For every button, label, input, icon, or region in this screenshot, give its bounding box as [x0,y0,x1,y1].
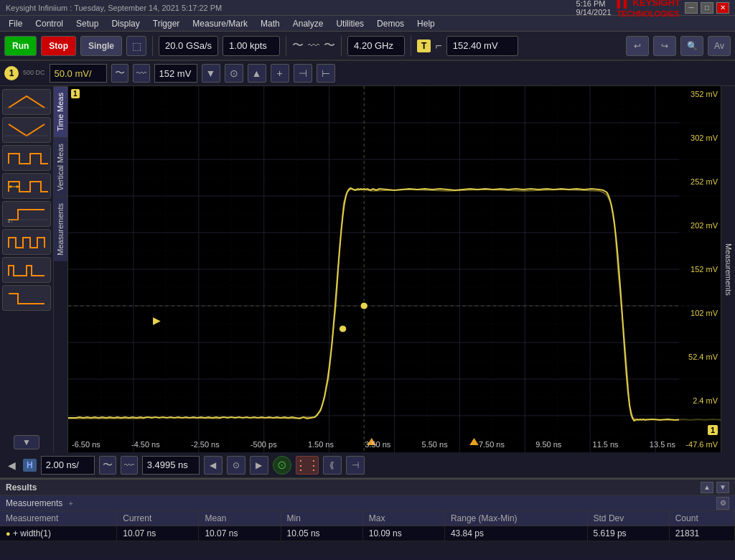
probe-icon-step[interactable]: 1↑ [2,201,51,227]
menu-demos[interactable]: Demos [371,17,410,30]
next-nav-button[interactable]: ▶ [250,456,268,475]
tab-measurements[interactable]: Measurements [54,197,67,261]
sidebar-scroll-down[interactable]: ▼ [14,435,39,449]
window-controls: ─ □ ✕ [685,2,729,14]
prev-nav-button[interactable]: ◀ [204,456,223,475]
tab-vertical-meas[interactable]: Vertical Meas [54,137,67,197]
x-axis: -6.50 ns -4.50 ns -2.50 ns -500 ps 1.50 … [68,437,679,452]
col-header-min: Min [281,511,362,526]
menu-math[interactable]: Math [255,17,286,30]
timebase-scale-box[interactable]: 2.00 ns/ [41,456,95,475]
trigger-slope-icon: ⌐ [435,39,441,52]
trigger-level-display[interactable]: 152.40 mV [446,36,518,56]
window-title: Keysight Infiniium : Tuesday, September … [6,4,576,12]
memory-depth-display[interactable]: 1.00 kpts [223,36,280,56]
display-toggle-button[interactable]: ⬚ [126,36,146,56]
pin-left-button[interactable]: ⊣ [294,64,312,83]
single-button[interactable]: Single [80,36,122,56]
toolbar: Run Stop Single ⬚ 20.0 GSa/s 1.00 kpts 〜… [0,32,735,60]
wave-shape-button-2[interactable]: 〰 [133,64,150,83]
menu-help[interactable]: Help [411,17,441,30]
y-label-5: 102 mV [682,309,718,317]
bandwidth-display[interactable]: 4.20 GHz [347,36,405,56]
acq-pattern-button[interactable]: ⋮⋮ [296,456,319,475]
right-sidebar-measurements[interactable]: Measurements [721,86,735,452]
av-button[interactable]: Av [708,36,731,56]
return-button[interactable]: ⟪ [323,456,342,475]
wave-shape-button-1[interactable]: 〜 [111,64,128,83]
cell-mean: 10.07 ns [199,526,281,541]
channel-scale-box[interactable]: 50.0 mV/ [50,64,107,83]
timebase-wave-1[interactable]: 〜 [99,456,116,475]
col-header-current: Current [117,511,199,526]
stop-button[interactable]: Stop [41,36,76,56]
y-label-2: 252 mV [682,177,718,186]
offset-down-button[interactable]: ▼ [202,64,220,83]
x-label-5: 3.50 ns [365,440,390,449]
redo-button[interactable]: ↪ [653,36,676,56]
channel-coupling: 500 DC [23,70,45,77]
marker-button[interactable]: ⊣ [346,456,365,475]
minimize-button[interactable]: ─ [685,2,698,14]
sample-rate-display[interactable]: 20.0 GSa/s [159,36,218,56]
probe-icon-pulse-arrows[interactable] [2,173,51,199]
probe-icon-ramp-down[interactable] [2,117,51,143]
channel-indicator-br: 1 [708,425,718,435]
undo-button[interactable]: ↩ [626,36,649,56]
col-header-count: Count [669,511,734,526]
channel-number-badge[interactable]: 1 [4,66,19,80]
zoom-circle-button[interactable]: ⊙ [273,456,291,475]
x-label-6: 5.50 ns [422,440,448,449]
x-label-2: -2.50 ns [191,440,220,449]
maximize-button[interactable]: □ [701,2,713,14]
probe-icon-square[interactable] [2,145,51,171]
close-button[interactable]: ✕ [716,2,729,14]
results-title: Results [6,482,37,493]
menu-utilities[interactable]: Utilities [330,17,370,30]
offset-up-button[interactable]: ▲ [248,64,266,83]
waveform-icon-1: 〜 [292,38,304,53]
menu-file[interactable]: File [3,17,28,30]
center-button[interactable]: ⊙ [225,64,243,83]
main-area: 1↑ ▼ Time Meas Vertical Meas Measurement… [0,86,735,452]
channel-label: 1 [71,89,80,98]
menu-setup[interactable]: Setup [70,17,104,30]
probe-icon-narrow-pulse[interactable] [2,257,51,283]
collapse-sidebar-button[interactable]: ◀ [4,458,19,472]
center-nav-button[interactable]: ⊙ [227,456,245,475]
menu-display[interactable]: Display [106,17,145,30]
menu-measure-mark[interactable]: Measure/Mark [187,17,253,30]
x-label-10: 13.5 ns [650,440,675,449]
menu-analyze[interactable]: Analyze [287,17,329,30]
keysight-logo: ▌▌ KEYSIGHTTECHNOLOGIES [617,0,681,19]
zoom-button[interactable]: 🔍 [680,36,703,56]
probe-icon-step-down[interactable] [2,285,51,311]
svg-point-49 [360,302,368,309]
timebase-wave-2[interactable]: 〰 [121,456,138,475]
left-sidebar: 1↑ ▼ [0,86,54,452]
timebase-label-badge: H [23,459,37,472]
add-channel-button[interactable]: + [271,64,289,83]
waveform-svg [68,86,721,452]
scope-display: 1 ▶ 352 mV 302 mV 252 mV 202 mV 152 mV 1… [68,86,721,452]
trigger-label: T [417,39,431,52]
menu-control[interactable]: Control [29,17,69,30]
col-header-std-dev: Std Dev [587,511,669,526]
tab-time-meas[interactable]: Time Meas [54,86,67,137]
channel-offset-box[interactable]: 152 mV [154,64,197,83]
timebase-position-box[interactable]: 3.4995 ns [142,456,200,475]
measurements-settings-button[interactable]: ⚙ [716,497,729,510]
svg-text:1↑: 1↑ [7,218,13,224]
results-settings-button[interactable]: ▼ [716,482,729,493]
run-button[interactable]: Run [4,36,37,56]
cell-max: 10.09 ns [362,526,444,541]
waveform-icon-2: 〰 [308,39,319,52]
x-label-7: 7.50 ns [479,440,505,449]
datetime-display: 5:16 PM9/14/2021 [576,0,612,17]
probe-icon-pulse2[interactable] [2,229,51,255]
x-label-0: -6.50 ns [72,440,100,449]
pin-right-button[interactable]: ⊢ [317,64,335,83]
probe-icon-ramp[interactable] [2,89,51,115]
results-expand-button[interactable]: ▲ [701,482,713,493]
menu-trigger[interactable]: Trigger [147,17,186,30]
